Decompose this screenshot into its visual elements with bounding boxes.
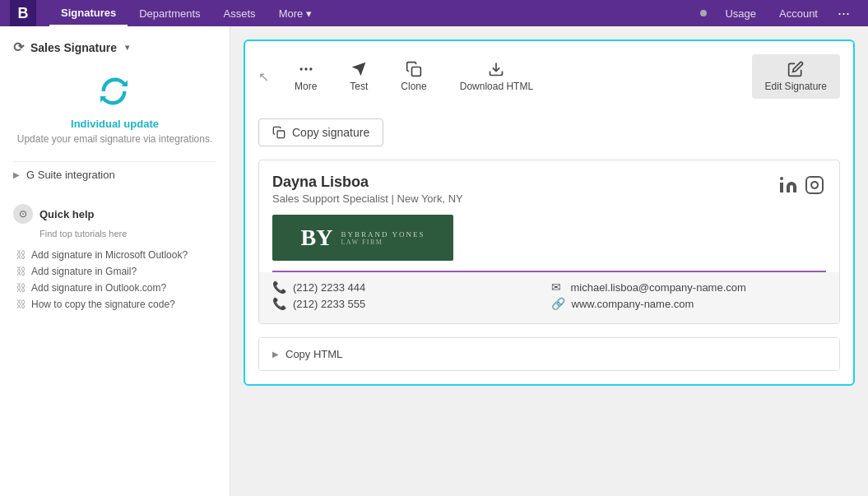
sig-contact-grid: 📞 (212) 2233 444 ✉ michael.lisboa@compan… — [259, 272, 839, 323]
sidebar-dropdown-arrow[interactable]: ▾ — [125, 43, 129, 52]
instagram-icon[interactable] — [803, 174, 826, 197]
nav-assets[interactable]: Assets — [212, 0, 267, 26]
clone-button[interactable]: Clone — [388, 54, 439, 99]
download-icon — [488, 61, 504, 77]
linkedin-icon[interactable] — [777, 174, 800, 197]
app-layout: ⟳ Sales Signature ▾ Individual update Up… — [0, 26, 868, 496]
sync-icon: ⟳ — [13, 39, 24, 55]
nav-usage[interactable]: Usage — [713, 0, 768, 26]
app-logo: B — [10, 0, 36, 26]
website-value: www.company-name.com — [572, 298, 694, 310]
phone2-icon: 📞 — [272, 297, 286, 310]
g-suite-label: G Suite integration — [26, 169, 115, 181]
link-icon: ⛓ — [16, 249, 26, 261]
help-icon: ⊙ — [13, 204, 33, 224]
nav-overflow-menu[interactable]: ··· — [829, 5, 858, 22]
phone-icon: 📞 — [272, 280, 286, 294]
clone-icon — [406, 61, 422, 77]
test-button[interactable]: Test — [337, 54, 381, 99]
sig-name: Dayna Lisboa — [272, 174, 463, 191]
svg-rect-3 — [412, 67, 421, 76]
refresh-icon — [95, 72, 135, 111]
more-button[interactable]: More — [281, 54, 330, 99]
email-icon: ✉ — [551, 280, 564, 294]
logo-letters: BY — [301, 225, 333, 251]
svg-point-6 — [780, 177, 783, 180]
help-links: ⛓ Add signature in Microsoft Outlook? ⛓ … — [13, 247, 216, 313]
edit-icon — [787, 61, 804, 77]
individual-update-label: Individual update — [13, 118, 216, 130]
website-item: 🔗 www.company-name.com — [551, 297, 827, 310]
edit-signature-button[interactable]: Edit Signature — [752, 54, 840, 99]
copy-icon — [272, 126, 285, 139]
g-suite-section[interactable]: ▶ G Suite integration — [13, 161, 216, 188]
copy-signature-button[interactable]: Copy signature — [258, 118, 383, 146]
svg-point-1 — [304, 67, 307, 70]
help-link-outlook-com[interactable]: ⛓ Add signature in Outlook.com? — [13, 280, 216, 296]
logo-text: BYBRAND YONES LAW FIRM — [341, 230, 425, 246]
quick-help-title: Quick help — [39, 208, 94, 220]
nav-more[interactable]: More ▾ — [267, 0, 324, 26]
svg-rect-5 — [277, 131, 285, 138]
link-icon: ⛓ — [16, 266, 26, 277]
email-value: michael.lisboa@company-name.com — [571, 281, 746, 294]
link-icon: 🔗 — [551, 297, 565, 310]
phone2-value: (212) 2233 555 — [293, 298, 365, 310]
signature-card: Dayna Lisboa Sales Support Specialist | … — [258, 160, 840, 324]
sidebar: ⟳ Sales Signature ▾ Individual update Up… — [0, 26, 230, 496]
phone2-item: 📞 (212) 2233 555 — [272, 297, 548, 310]
individual-update-desc: Update your email signature via integrat… — [13, 133, 216, 145]
nav-signatures[interactable]: Signatures — [49, 0, 128, 26]
help-link-copy-code[interactable]: ⛓ How to copy the signature code? — [13, 296, 216, 313]
status-dot — [700, 10, 707, 16]
phone1-item: 📞 (212) 2233 444 — [272, 280, 548, 294]
copy-html-label: Copy HTML — [285, 348, 342, 360]
cursor-indicator: ↖ — [258, 69, 275, 85]
test-icon — [350, 61, 367, 77]
email-item: ✉ michael.lisboa@company-name.com — [551, 280, 827, 294]
sig-identity: Dayna Lisboa Sales Support Specialist | … — [272, 174, 463, 205]
quick-help-header: ⊙ Quick help — [13, 204, 216, 224]
quick-help-sub: Find top tutorials here — [39, 229, 216, 239]
copy-html-arrow: ▶ — [272, 350, 279, 359]
g-suite-arrow: ▶ — [13, 170, 20, 179]
company-logo: BY BYBRAND YONES LAW FIRM — [272, 215, 453, 261]
copy-html-button[interactable]: ▶ Copy HTML — [259, 338, 839, 370]
download-html-button[interactable]: Download HTML — [447, 54, 546, 99]
individual-update-section: Individual update Update your email sign… — [13, 72, 216, 145]
sidebar-signature-name: Sales Signature — [30, 41, 117, 54]
more-icon — [298, 61, 314, 77]
top-nav: B Signatures Departments Assets More ▾ U… — [0, 0, 868, 26]
signature-panel: ↖ More Test Clone Download HTML — [244, 39, 855, 386]
social-icons — [777, 174, 826, 197]
main-content: ↖ More Test Clone Download HTML — [230, 26, 868, 496]
link-icon: ⛓ — [16, 282, 26, 294]
chevron-down-icon: ▾ — [306, 7, 312, 20]
sig-logo-section: BY BYBRAND YONES LAW FIRM — [259, 205, 839, 271]
help-link-outlook[interactable]: ⛓ Add signature in Microsoft Outlook? — [13, 247, 216, 263]
svg-point-2 — [309, 67, 312, 70]
svg-point-0 — [299, 67, 302, 70]
svg-rect-7 — [806, 177, 823, 193]
sig-card-header: Dayna Lisboa Sales Support Specialist | … — [259, 160, 839, 205]
help-link-gmail[interactable]: ⛓ Add signature in Gmail? — [13, 263, 216, 280]
phone1-value: (212) 2233 444 — [293, 281, 365, 294]
nav-account[interactable]: Account — [768, 0, 829, 26]
sig-title: Sales Support Specialist | New York, NY — [272, 192, 463, 205]
sidebar-header: ⟳ Sales Signature ▾ — [13, 39, 216, 55]
signature-toolbar: ↖ More Test Clone Download HTML — [258, 54, 840, 105]
link-icon: ⛓ — [16, 299, 26, 310]
nav-departments[interactable]: Departments — [128, 0, 211, 26]
copy-html-section: ▶ Copy HTML — [258, 337, 840, 371]
